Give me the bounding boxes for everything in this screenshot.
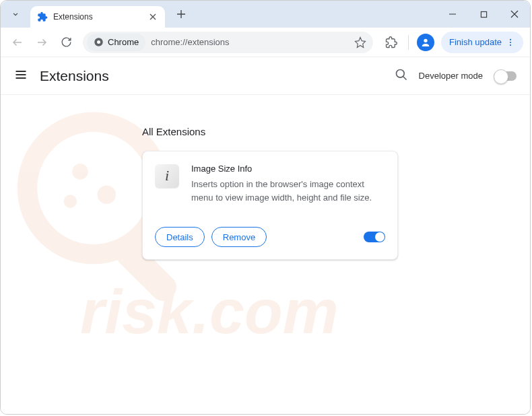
arrow-right-icon <box>36 36 48 48</box>
hamburger-icon <box>14 68 28 81</box>
site-chip-label: Chrome <box>108 37 139 47</box>
avatar-icon <box>417 34 434 51</box>
svg-point-5 <box>510 41 511 42</box>
search-extensions-button[interactable] <box>395 68 408 84</box>
maximize-icon <box>480 11 488 18</box>
maximize-button[interactable] <box>468 1 499 28</box>
minimize-icon <box>448 10 457 18</box>
bookmark-button[interactable] <box>350 32 370 53</box>
profile-button[interactable] <box>414 31 437 54</box>
chrome-logo-icon <box>94 37 104 47</box>
browser-window: Extensions <box>0 0 531 415</box>
plus-icon <box>176 9 186 19</box>
all-extensions-heading: All Extensions <box>142 126 530 137</box>
more-vert-icon <box>506 38 515 47</box>
page-header: Extensions Developer mode <box>1 57 530 95</box>
header-actions: Developer mode <box>395 68 517 84</box>
extension-card-actions: Details Remove <box>155 227 385 247</box>
browser-toolbar: Chrome chrome://extensions Finish update <box>1 28 530 57</box>
back-button[interactable] <box>7 32 28 53</box>
close-icon <box>149 13 156 20</box>
svg-point-6 <box>510 44 511 46</box>
extension-puzzle-icon <box>37 11 48 22</box>
close-window-button[interactable] <box>499 1 530 28</box>
finish-update-button[interactable]: Finish update <box>441 32 523 53</box>
svg-point-4 <box>510 38 511 40</box>
developer-mode-label: Developer mode <box>419 71 483 81</box>
tab-close-button[interactable] <box>147 11 158 22</box>
details-button[interactable]: Details <box>155 227 205 247</box>
extension-card-body: i Image Size Info Inserts option in the … <box>155 164 385 204</box>
developer-mode-toggle[interactable] <box>494 71 517 81</box>
chevron-down-icon <box>11 9 20 19</box>
extension-app-icon: i <box>155 164 179 188</box>
browser-tab[interactable]: Extensions <box>30 6 165 28</box>
reload-icon <box>61 36 72 48</box>
new-tab-button[interactable] <box>172 5 191 24</box>
tab-title: Extensions <box>53 12 147 22</box>
extension-name: Image Size Info <box>191 164 385 174</box>
page-content: All Extensions i Image Size Info Inserts… <box>1 95 530 260</box>
puzzle-icon <box>385 36 397 48</box>
extension-card: i Image Size Info Inserts option in the … <box>142 151 398 260</box>
tab-search-dropdown[interactable] <box>5 3 26 25</box>
url-text: chrome://extensions <box>151 37 350 47</box>
toolbar-separator <box>408 35 409 50</box>
search-icon <box>395 68 408 81</box>
minimize-button[interactable] <box>437 1 468 28</box>
extensions-menu-button[interactable] <box>380 31 403 54</box>
forward-button[interactable] <box>32 32 52 53</box>
close-icon <box>510 10 519 18</box>
remove-button[interactable]: Remove <box>211 227 267 247</box>
svg-point-14 <box>396 69 404 77</box>
star-icon <box>354 36 366 48</box>
title-bar: Extensions <box>1 1 530 28</box>
arrow-left-icon <box>11 36 24 48</box>
address-bar[interactable]: Chrome chrome://extensions <box>83 32 373 53</box>
extension-enable-toggle[interactable] <box>364 232 385 242</box>
site-chip[interactable]: Chrome <box>87 34 145 51</box>
svg-rect-0 <box>481 11 486 17</box>
svg-point-3 <box>424 38 427 42</box>
svg-point-2 <box>97 40 100 44</box>
finish-update-label: Finish update <box>449 37 502 47</box>
svg-text:risk.com: risk.com <box>80 277 339 347</box>
extensions-page: PC risk.com Extensions Developer mode Al… <box>1 57 530 414</box>
extension-description: Inserts option in the browser's image co… <box>191 178 385 204</box>
reload-button[interactable] <box>56 32 76 53</box>
window-controls <box>437 1 530 28</box>
extension-info: Image Size Info Inserts option in the br… <box>191 164 385 204</box>
main-menu-button[interactable] <box>14 68 28 84</box>
page-title: Extensions <box>40 68 109 84</box>
